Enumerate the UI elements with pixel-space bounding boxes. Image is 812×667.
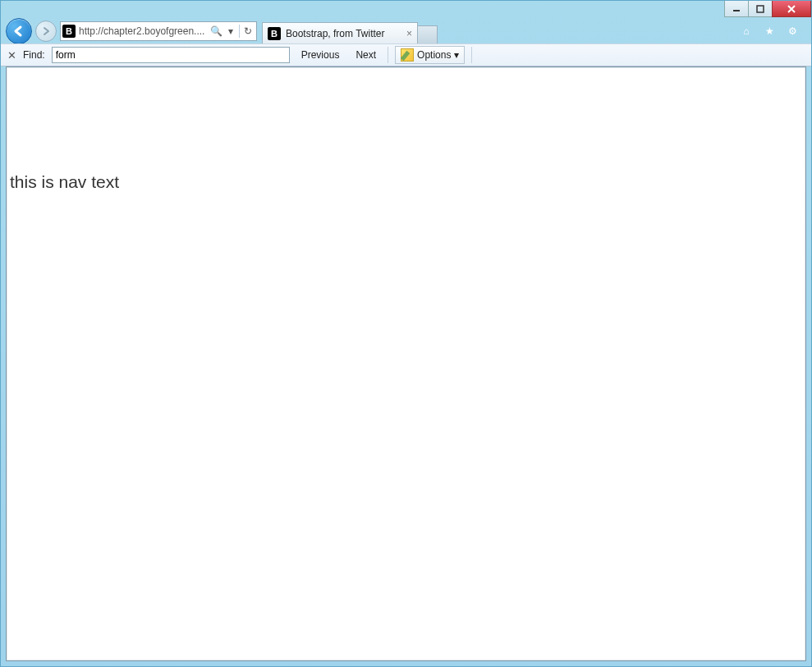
address-url-text: http://chapter2.boyofgreen....	[79, 25, 206, 37]
find-separator-2	[471, 47, 472, 63]
tools-gear-icon[interactable]: ⚙	[785, 24, 800, 39]
back-button[interactable]	[6, 18, 32, 44]
navigation-row: B http://chapter2.boyofgreen.... 🔍 ▾ ↻ B…	[1, 19, 811, 43]
tab-title: Bootstrap, from Twitter	[286, 28, 385, 39]
nav-text: this is nav text	[10, 172, 119, 192]
page-viewport: this is nav text	[6, 66, 806, 661]
forward-arrow-icon	[41, 26, 51, 36]
search-icon[interactable]: 🔍	[209, 25, 222, 38]
tab-favicon-icon: B	[268, 27, 281, 40]
titlebar	[1, 1, 811, 19]
svg-rect-0	[733, 10, 740, 11]
minimize-icon	[732, 5, 741, 13]
find-separator	[388, 47, 388, 63]
address-dropdown-icon[interactable]: ▾	[224, 25, 237, 38]
address-bar[interactable]: B http://chapter2.boyofgreen.... 🔍 ▾ ↻	[60, 21, 257, 41]
forward-button[interactable]	[35, 21, 57, 42]
close-button[interactable]	[772, 1, 811, 17]
find-previous-button[interactable]: Previous	[296, 48, 345, 62]
address-controls: 🔍 ▾ ↻	[209, 25, 255, 38]
highlight-icon	[401, 48, 414, 62]
favorites-star-icon[interactable]: ★	[762, 24, 777, 39]
svg-rect-1	[757, 6, 764, 12]
tab-close-icon[interactable]: ×	[406, 28, 412, 39]
find-label: Find:	[23, 49, 45, 61]
back-arrow-icon	[12, 25, 25, 38]
minimize-button[interactable]	[724, 1, 749, 17]
chevron-down-icon: ▾	[454, 49, 459, 61]
toolbar-right-icons: ⌂ ★ ⚙	[739, 24, 806, 39]
address-separator	[239, 25, 240, 38]
refresh-icon[interactable]: ↻	[241, 25, 255, 38]
find-options-label: Options	[417, 49, 451, 61]
address-favicon-icon: B	[62, 25, 76, 38]
browser-window: B http://chapter2.boyofgreen.... 🔍 ▾ ↻ B…	[0, 0, 812, 667]
find-bar: ✕ Find: Previous Next Options ▾	[1, 43, 811, 66]
maximize-button[interactable]	[748, 1, 773, 17]
find-next-button[interactable]: Next	[351, 48, 381, 62]
home-icon[interactable]: ⌂	[739, 24, 754, 39]
find-close-icon[interactable]: ✕	[7, 49, 16, 62]
window-buttons	[725, 1, 811, 17]
tab-strip: B Bootstrap, from Twitter ×	[262, 20, 438, 43]
new-tab-button[interactable]	[418, 25, 438, 43]
find-options-button[interactable]: Options ▾	[395, 46, 465, 64]
maximize-icon	[756, 5, 764, 13]
close-icon	[787, 4, 796, 14]
tab-active[interactable]: B Bootstrap, from Twitter ×	[262, 22, 418, 43]
find-input[interactable]	[52, 47, 290, 63]
